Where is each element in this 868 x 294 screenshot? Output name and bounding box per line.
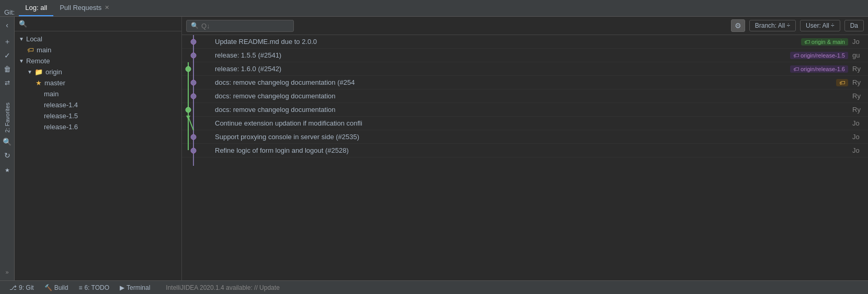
commit-message: Update README.md due to 2.0.0 xyxy=(211,38,801,46)
tag-icon-main-local: 🏷 xyxy=(27,46,34,54)
log-search-input[interactable] xyxy=(201,22,289,30)
build-tab-icon: 🔨 xyxy=(44,284,52,291)
main-local-label: main xyxy=(37,46,51,54)
commit-message: release: 1.6.0 (#2542) xyxy=(211,65,790,73)
commit-row[interactable]: Update README.md due to 2.0.0 🏷 origin &… xyxy=(182,35,868,49)
commit-tags: 🏷 origin & main xyxy=(801,38,852,46)
release-1-5-label: release-1.5 xyxy=(44,112,78,120)
terminal-tab-label: Terminal xyxy=(127,284,150,291)
local-label: Local xyxy=(26,35,42,43)
release-1-6-label: release-1.6 xyxy=(44,123,78,131)
commit-author: gu xyxy=(852,51,868,59)
log-toolbar-right: ⚙ Branch: All ÷ User: All ÷ Da xyxy=(731,19,864,32)
tree-local-section[interactable]: ▼ Local xyxy=(15,33,181,44)
log-search-box: 🔍 xyxy=(186,20,294,32)
release-1-4-label: release-1.4 xyxy=(44,101,78,109)
star-icon-master: ★ xyxy=(36,79,42,87)
status-tab-git[interactable]: ⎇ 9: Git xyxy=(4,281,39,294)
branch-search-input[interactable] xyxy=(30,20,177,28)
tree-main-remote[interactable]: main xyxy=(15,88,181,99)
commit-author: Ry xyxy=(852,65,868,73)
tabs-bar: Git: Log: all Pull Requests ✕ xyxy=(0,0,868,17)
commit-message: docs: remove changelog documentation xyxy=(211,92,848,100)
commit-author: Ry xyxy=(852,92,868,100)
tag-badge-orange: 🏷 xyxy=(836,79,848,86)
terminal-tab-icon: ▶ xyxy=(120,284,124,291)
remote-label: Remote xyxy=(26,57,50,65)
add-icon[interactable]: ＋ xyxy=(1,36,14,48)
branch-panel: 🔍 ▼ Local 🏷 main ▼ Remote ▼ 📁 origin xyxy=(15,17,182,280)
main-content: ‹ ＋ ✓ 🗑 ⇄ 2: Favorites 🔍 ↻ ★ » 🔍 ▼ Local… xyxy=(0,17,868,280)
tree-remote-section[interactable]: ▼ Remote xyxy=(15,55,181,66)
tab-close-icon[interactable]: ✕ xyxy=(105,4,109,11)
checkmark-icon[interactable]: ✓ xyxy=(1,49,14,62)
commit-author: Jo xyxy=(852,38,868,46)
status-tab-todo[interactable]: ≡ 6: TODO xyxy=(73,281,115,294)
tree-main-local[interactable]: 🏷 main xyxy=(15,44,181,55)
chevrons-more-icon[interactable]: » xyxy=(1,266,14,278)
git-tab-label: 9: Git xyxy=(19,284,34,291)
status-bar-message: IntelliJIDEA 2020.1.4 available: // Upda… xyxy=(166,284,279,291)
tree-master[interactable]: ★ master xyxy=(15,77,181,88)
user-filter-button[interactable]: User: All ÷ xyxy=(800,20,840,31)
folder-icon-origin: 📁 xyxy=(35,68,43,76)
tab-pull-requests[interactable]: Pull Requests ✕ xyxy=(53,0,116,16)
status-tab-terminal[interactable]: ▶ Terminal xyxy=(115,281,155,294)
commit-message: Refine logic of form login and logout (#… xyxy=(211,146,848,154)
commit-tags: 🏷 xyxy=(836,79,852,86)
tab-git-prefix: Git: xyxy=(4,8,15,16)
icon-sidebar: ‹ ＋ ✓ 🗑 ⇄ 2: Favorites 🔍 ↻ ★ » xyxy=(0,17,15,280)
commit-row[interactable]: Continue extension updation if modificat… xyxy=(182,117,868,130)
branch-filter-label: Branch: All ÷ xyxy=(755,22,790,29)
tag-icon: 🏷 xyxy=(793,52,799,59)
star-sidebar-icon[interactable]: ★ xyxy=(1,164,14,176)
commit-author: Jo xyxy=(852,133,868,141)
todo-tab-icon: ≡ xyxy=(78,284,82,291)
tree-release-1-4[interactable]: release-1.4 xyxy=(15,99,181,110)
commit-row[interactable]: release: 1.5.5 (#2541) 🏷 origin/release-… xyxy=(182,49,868,62)
commit-row[interactable]: Support proxying console in server side … xyxy=(182,130,868,144)
commit-tags: 🏷 origin/release-1.5 xyxy=(790,52,852,59)
commit-row[interactable]: release: 1.6.0 (#2542) 🏷 origin/release-… xyxy=(182,62,868,76)
commit-author: Jo xyxy=(852,146,868,154)
log-toolbar: 🔍 ⚙ Branch: All ÷ User: All ÷ Da xyxy=(182,17,868,35)
tab-log-all[interactable]: Log: all xyxy=(19,0,53,16)
status-tab-build[interactable]: 🔨 Build xyxy=(39,281,74,294)
origin-label: origin xyxy=(45,68,62,76)
branch-filter-button[interactable]: Branch: All ÷ xyxy=(749,20,796,31)
commit-row[interactable]: docs: remove changelog documentation Ry xyxy=(182,89,868,103)
user-filter-label: User: All ÷ xyxy=(806,22,835,29)
tag-badge-release-1-5: 🏷 origin/release-1.5 xyxy=(790,52,848,59)
commit-author: Ry xyxy=(852,106,868,114)
master-label: master xyxy=(44,79,65,87)
settings-button[interactable]: ⚙ xyxy=(731,19,745,32)
branch-search-bar: 🔍 xyxy=(15,17,181,31)
build-tab-label: Build xyxy=(54,284,68,291)
favorites-label: 2: Favorites xyxy=(1,100,14,134)
branch-tree: ▼ Local 🏷 main ▼ Remote ▼ 📁 origin ★ mas xyxy=(15,31,181,280)
commit-row[interactable]: Refine logic of form login and logout (#… xyxy=(182,144,868,157)
branch-search-icon: 🔍 xyxy=(19,20,27,28)
main-remote-label: main xyxy=(44,90,59,98)
commit-message: Continue extension updation if modificat… xyxy=(211,119,848,127)
commit-row[interactable]: docs: remove changelog documentation (#2… xyxy=(182,76,868,89)
tree-release-1-5[interactable]: release-1.5 xyxy=(15,110,181,121)
search-sidebar-icon[interactable]: 🔍 xyxy=(1,135,14,148)
commit-author: Jo xyxy=(852,119,868,127)
tag-badge-origin-main: 🏷 origin & main xyxy=(801,38,848,46)
origin-arrow-icon: ▼ xyxy=(27,69,32,75)
tag-icon: 🏷 xyxy=(804,39,810,45)
back-icon[interactable]: ‹ xyxy=(1,19,14,31)
tree-release-1-6[interactable]: release-1.6 xyxy=(15,121,181,132)
todo-tab-label: 6: TODO xyxy=(84,284,109,291)
arrow-icon[interactable]: ⇄ xyxy=(1,76,14,89)
git-tab-icon: ⎇ xyxy=(9,284,17,291)
date-filter-button[interactable]: Da xyxy=(844,20,864,31)
commit-message: Support proxying console in server side … xyxy=(211,133,848,141)
trash-icon[interactable]: 🗑 xyxy=(1,63,14,75)
local-arrow-icon: ▼ xyxy=(19,36,24,42)
refresh-icon[interactable]: ↻ xyxy=(1,149,14,162)
commit-log: Update README.md due to 2.0.0 🏷 origin &… xyxy=(182,35,868,280)
commit-row[interactable]: docs: remove changelog documentation Ry xyxy=(182,103,868,117)
tree-origin-folder[interactable]: ▼ 📁 origin xyxy=(15,66,181,77)
